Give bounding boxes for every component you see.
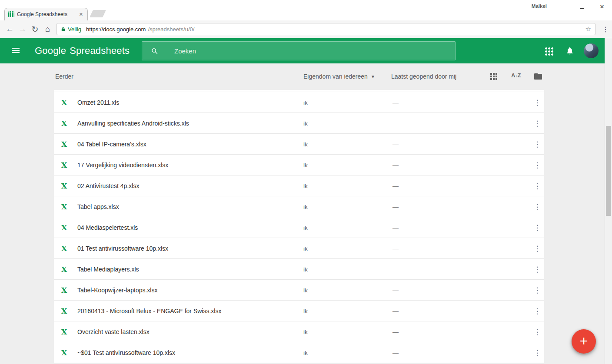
- table-row[interactable]: X 02 Antivirustest 4p.xlsx ik — ⋮: [54, 175, 544, 196]
- browser-titlebar: Google Spreadsheets ✕ Maikel ✕: [0, 0, 612, 20]
- row-overflow-menu-icon[interactable]: ⋮: [532, 327, 542, 336]
- row-overflow-menu-icon[interactable]: ⋮: [532, 348, 542, 357]
- search-input[interactable]: [142, 42, 455, 60]
- table-row[interactable]: X Overzicht vaste lasten.xlsx ik — ⋮: [54, 321, 544, 342]
- table-row[interactable]: X Aanvulling specificaties Android-stick…: [54, 113, 544, 134]
- section-label: Eerder: [55, 63, 73, 90]
- close-button[interactable]: ✕: [592, 0, 612, 13]
- file-owner: ik: [303, 308, 308, 314]
- row-overflow-menu-icon[interactable]: ⋮: [532, 119, 542, 128]
- spreadsheet-file-icon: X: [61, 202, 67, 211]
- file-last-opened: —: [392, 287, 399, 294]
- spreadsheet-file-icon: X: [61, 286, 67, 295]
- spreadsheet-file-icon: X: [61, 223, 67, 232]
- forward-icon[interactable]: →: [16, 23, 29, 36]
- file-name: 02 Antivirustest 4p.xlsx: [77, 182, 139, 189]
- file-name: 20160413 - Microsoft Belux - ENGAGE for …: [77, 308, 221, 314]
- row-overflow-menu-icon[interactable]: ⋮: [532, 244, 542, 253]
- tab-close-icon[interactable]: ✕: [78, 11, 84, 18]
- table-row[interactable]: X Omzet 2011.xls ik — ⋮: [54, 92, 544, 113]
- minimize-button[interactable]: [552, 0, 572, 13]
- window-controls: ✕: [552, 0, 612, 13]
- file-name: 01 Test antivirussoftware 10p.xlsx: [77, 245, 168, 252]
- file-name: Tabel apps.xlsx: [77, 203, 119, 210]
- spreadsheet-file-icon: X: [61, 182, 67, 190]
- last-opened-sort-label[interactable]: Laatst geopend door mij: [391, 63, 456, 90]
- row-overflow-menu-icon[interactable]: ⋮: [532, 181, 542, 190]
- spreadsheet-file-icon: X: [61, 161, 67, 169]
- reload-icon[interactable]: ↻: [29, 23, 41, 36]
- file-last-opened: —: [392, 245, 399, 252]
- file-owner: ik: [303, 266, 308, 272]
- table-row[interactable]: X Tabel apps.xlsx ik — ⋮: [54, 196, 544, 217]
- spreadsheet-file-icon: X: [61, 265, 67, 274]
- table-row[interactable]: X Tabel Mediaplayers.xls ik — ⋮: [54, 259, 544, 280]
- file-owner: ik: [303, 99, 308, 106]
- file-owner: ik: [303, 182, 308, 189]
- file-last-opened: —: [392, 141, 399, 148]
- file-last-opened: —: [392, 99, 399, 106]
- file-last-opened: —: [392, 120, 399, 127]
- file-last-opened: —: [392, 308, 399, 314]
- file-name: Tabel-Koopwijzer-laptops.xlsx: [77, 287, 157, 294]
- search-box: [142, 41, 456, 60]
- logo-google: Google: [35, 45, 66, 56]
- row-overflow-menu-icon[interactable]: ⋮: [532, 223, 542, 232]
- table-row[interactable]: X 20160413 - Microsoft Belux - ENGAGE fo…: [54, 301, 544, 321]
- address-bar[interactable]: Veilig https://docs.google.com/spreadshe…: [57, 23, 595, 35]
- file-name: Aanvulling specificaties Android-sticks.…: [77, 120, 189, 127]
- filter-bar: Eerder Eigendom van iedereen▼ Laatst geo…: [0, 63, 612, 90]
- tab-title: Google Spreadsheets: [17, 11, 76, 17]
- scrollbar-thumb[interactable]: [606, 126, 611, 216]
- file-owner: ik: [303, 224, 308, 231]
- url-path: /spreadsheets/u/0/: [148, 26, 194, 33]
- file-name: 04 Mediaspelertest.xls: [77, 224, 138, 231]
- row-overflow-menu-icon[interactable]: ⋮: [532, 265, 542, 274]
- file-last-opened: —: [392, 224, 399, 231]
- bookmark-star-icon[interactable]: ☆: [585, 25, 591, 33]
- table-row[interactable]: X 04 Mediaspelertest.xls ik — ⋮: [54, 217, 544, 238]
- logo-product: Spreadsheets: [70, 45, 130, 56]
- browser-menu-icon[interactable]: ⋮: [599, 25, 612, 33]
- table-row[interactable]: X ~$01 Test antivirussoftware 10p.xlsx i…: [54, 342, 544, 363]
- browser-toolbar: ← → ↻ ⌂ Veilig https://docs.google.com/s…: [0, 20, 612, 38]
- spreadsheet-file-icon: X: [61, 328, 67, 336]
- new-tab-button[interactable]: [90, 10, 106, 17]
- table-row[interactable]: X 01 Test antivirussoftware 10p.xlsx ik …: [54, 238, 544, 259]
- file-name: 04 Tabel IP-camera's.xlsx: [77, 141, 146, 148]
- home-icon[interactable]: ⌂: [41, 23, 54, 36]
- maximize-button[interactable]: [572, 0, 592, 13]
- table-row[interactable]: X 04 Tabel IP-camera's.xlsx ik — ⋮: [54, 134, 544, 155]
- file-last-opened: —: [392, 203, 399, 210]
- row-overflow-menu-icon[interactable]: ⋮: [532, 160, 542, 169]
- grid-view-icon: [490, 73, 492, 75]
- page-scrollbar[interactable]: [605, 38, 612, 364]
- row-overflow-menu-icon[interactable]: ⋮: [532, 98, 542, 107]
- file-name: Omzet 2011.xls: [77, 99, 119, 106]
- user-avatar[interactable]: [584, 43, 599, 58]
- sort-az-button[interactable]: A↓Z: [511, 72, 521, 79]
- row-overflow-menu-icon[interactable]: ⋮: [532, 202, 542, 211]
- notifications-bell-icon[interactable]: [565, 46, 574, 55]
- grid-view-button[interactable]: [490, 73, 497, 80]
- app-header: GoogleSpreadsheets: [0, 38, 612, 63]
- file-last-opened: —: [392, 182, 399, 189]
- spreadsheet-file-icon: X: [61, 244, 67, 253]
- row-overflow-menu-icon[interactable]: ⋮: [532, 285, 542, 295]
- folder-button[interactable]: [534, 73, 542, 80]
- file-name: ~$01 Test antivirussoftware 10p.xlsx: [77, 349, 175, 356]
- file-owner: ik: [303, 203, 308, 210]
- browser-tab[interactable]: Google Spreadsheets ✕: [4, 8, 88, 20]
- hamburger-menu-icon[interactable]: [12, 48, 20, 54]
- row-overflow-menu-icon[interactable]: ⋮: [532, 306, 542, 315]
- table-row[interactable]: X Tabel-Koopwijzer-laptops.xlsx ik — ⋮: [54, 280, 544, 301]
- table-row[interactable]: X 17 Vergelijking videodiensten.xlsx ik …: [54, 155, 544, 175]
- url-host: https://docs.google.com: [86, 26, 146, 33]
- plus-icon: +: [580, 334, 588, 348]
- new-spreadsheet-fab[interactable]: +: [572, 329, 596, 354]
- row-overflow-menu-icon[interactable]: ⋮: [532, 139, 542, 149]
- owner-filter-dropdown[interactable]: Eigendom van iedereen▼: [303, 63, 375, 90]
- back-icon[interactable]: ←: [3, 23, 16, 36]
- apps-grid-icon[interactable]: [545, 47, 553, 56]
- minimize-icon: [560, 8, 565, 8]
